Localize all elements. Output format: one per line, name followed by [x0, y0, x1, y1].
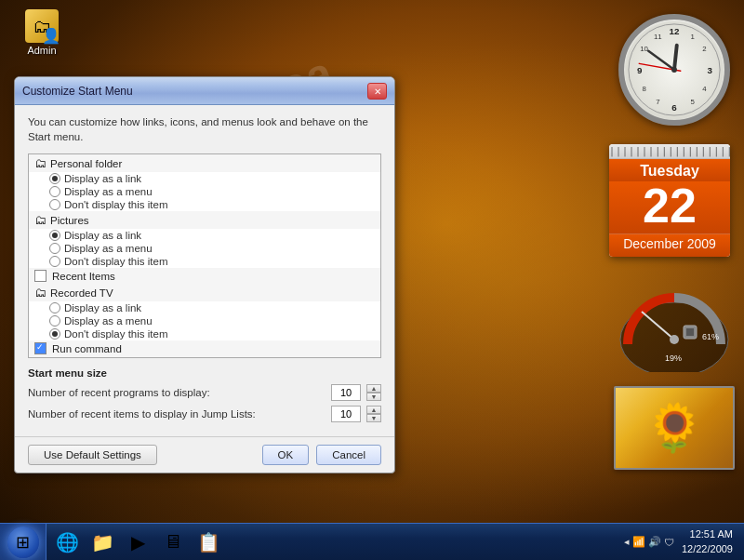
spinner-jumplists-row: Number of recent items to display in Jum… [28, 406, 381, 422]
taskbar-ie-icon[interactable]: 🌐 [50, 527, 84, 558]
svg-point-19 [670, 335, 679, 344]
folder-icon: 🗂 [34, 156, 46, 170]
radio-label: Display as a link [64, 302, 141, 313]
radio-personal-menu[interactable]: Display as a menu [29, 185, 380, 198]
radio-circle-selected[interactable] [49, 230, 60, 241]
svg-rect-23 [686, 328, 694, 336]
radio-circle-selected[interactable] [49, 328, 60, 340]
svg-text:4: 4 [702, 85, 707, 93]
radio-personal-nodisplay[interactable]: Don't display this item [29, 198, 380, 211]
spinner-programs-row: Number of recent programs to display: ▲ … [28, 384, 381, 401]
radio-label: Display as a menu [64, 186, 153, 197]
start-menu-size-title: Start menu size [28, 367, 381, 379]
folder-icon: 🗂 [34, 286, 46, 300]
spinner-jumplists-up[interactable]: ▲ [366, 406, 381, 414]
radio-tv-menu[interactable]: Display as a menu [29, 314, 380, 327]
gauge-widget: 19% 61% [614, 288, 735, 372]
calendar-monthyear: December 2009 [609, 233, 730, 257]
spinner-programs-down[interactable]: ▼ [366, 393, 381, 401]
svg-text:9: 9 [637, 65, 643, 75]
svg-text:3: 3 [708, 65, 713, 75]
radio-pictures-nodisplay[interactable]: Don't display this item [29, 255, 380, 268]
admin-desktop-icon[interactable]: 🗂 Admin [14, 9, 70, 56]
radio-pictures-menu[interactable]: Display as a menu [29, 242, 380, 255]
taskbar-media-icon[interactable]: ▶ [121, 527, 154, 558]
svg-text:12: 12 [670, 26, 680, 36]
radio-tv-link[interactable]: Display as a link [29, 301, 380, 314]
ok-button[interactable]: OK [262, 445, 310, 465]
taskbar-unknown-icon[interactable]: 📋 [192, 527, 225, 558]
radio-pictures-link[interactable]: Display as a link [29, 229, 380, 242]
start-button[interactable]: ⊞ [0, 524, 46, 561]
group-run-command: Run command [29, 340, 380, 356]
svg-line-13 [674, 46, 677, 70]
taskbar-explorer-icon[interactable]: 📁 [86, 527, 119, 558]
taskbar-right: ◂ 📶 🔊 🛡 12:51 AM 12/22/2009 [617, 527, 744, 556]
calendar-spiral: |||||||||||||||||||| [609, 144, 730, 159]
group-personal-folder: 🗂 Personal folder [29, 154, 380, 172]
calendar-widget: |||||||||||||||||||| Tuesday 22 December… [609, 144, 730, 257]
dialog-close-button[interactable]: ✕ [367, 83, 387, 100]
radio-circle[interactable] [49, 199, 60, 210]
radio-circle-selected[interactable] [49, 173, 60, 184]
taskbar: ⊞ 🌐 📁 ▶ 🖥 📋 ◂ 📶 🔊 🛡 12:51 AM 12/22/2009 [0, 523, 744, 560]
checkbox-checked-icon[interactable] [34, 342, 46, 354]
spinner-programs-up[interactable]: ▲ [366, 384, 381, 393]
admin-icon: 🗂 [25, 9, 59, 43]
radio-label: Display as a menu [64, 315, 153, 327]
spinner-jumplists-input[interactable] [331, 406, 361, 422]
radio-circle[interactable] [49, 256, 60, 267]
svg-text:1: 1 [690, 33, 694, 41]
taskbar-clock[interactable]: 12:51 AM 12/22/2009 [678, 527, 737, 556]
svg-point-16 [671, 67, 677, 73]
folder-icon: 🗂 [34, 213, 46, 227]
svg-text:8: 8 [642, 85, 646, 93]
radio-tv-nodisplay[interactable]: Don't display this item [29, 327, 380, 340]
dialog-title: Customize Start Menu [22, 85, 133, 98]
svg-text:19%: 19% [665, 353, 682, 363]
notify-network[interactable]: 📶 [632, 536, 645, 548]
group-pictures-label: Pictures [50, 215, 89, 226]
clock-time: 12:51 AM [682, 527, 733, 541]
svg-text:2: 2 [702, 45, 706, 53]
clock-widget: 12 3 6 9 1 2 4 5 7 8 10 11 [614, 9, 735, 130]
svg-text:10: 10 [640, 45, 648, 53]
group-run-command-label: Run command [52, 343, 122, 354]
gauge-svg: 19% 61% [614, 288, 735, 372]
clock-date: 12/22/2009 [682, 542, 733, 556]
radio-personal-link[interactable]: Display as a link [29, 172, 380, 185]
group-recent-items: Recent Items [29, 268, 380, 284]
calendar-date: 22 [609, 181, 730, 233]
radio-circle[interactable] [49, 315, 60, 327]
taskbar-network-icon[interactable]: 🖥 [156, 527, 190, 558]
group-recorded-tv: 🗂 Recorded TV [29, 284, 380, 301]
radio-label: Don't display this item [64, 256, 168, 267]
notify-security[interactable]: 🛡 [664, 537, 674, 548]
cancel-button[interactable]: Cancel [316, 445, 381, 465]
use-default-settings-button[interactable]: Use Default Settings [28, 445, 157, 465]
spinner-programs-label: Number of recent programs to display: [28, 387, 326, 398]
radio-label: Display as a link [64, 230, 141, 241]
group-recorded-tv-label: Recorded TV [50, 287, 113, 299]
dialog-list[interactable]: 🗂 Personal folder Display as a link Disp… [28, 153, 381, 358]
taskbar-notify-icons: ◂ 📶 🔊 🛡 [624, 536, 674, 548]
notify-volume[interactable]: 🔊 [648, 536, 661, 548]
svg-text:6: 6 [671, 102, 677, 113]
dialog-description: You can customize how links, icons, and … [28, 114, 381, 144]
radio-circle[interactable] [49, 186, 60, 197]
radio-label: Don't display this item [64, 328, 168, 340]
svg-text:61%: 61% [702, 332, 719, 341]
svg-text:5: 5 [690, 98, 695, 106]
radio-circle[interactable] [49, 243, 60, 254]
spinner-programs-input[interactable] [331, 384, 361, 401]
taskbar-apps: 🌐 📁 ▶ 🖥 📋 [46, 527, 617, 558]
checkbox-icon[interactable] [34, 270, 46, 282]
start-orb: ⊞ [7, 527, 39, 558]
clock-face: 12 3 6 9 1 2 4 5 7 8 10 11 [618, 14, 730, 126]
spinner-programs-btns: ▲ ▼ [366, 384, 381, 401]
notify-arrow[interactable]: ◂ [624, 536, 630, 548]
radio-circle[interactable] [49, 302, 60, 313]
dialog-footer: Use Default Settings OK Cancel [15, 436, 394, 473]
group-search-files: 🗂 Search other files and libraries [29, 356, 380, 358]
spinner-jumplists-down[interactable]: ▼ [366, 414, 381, 422]
